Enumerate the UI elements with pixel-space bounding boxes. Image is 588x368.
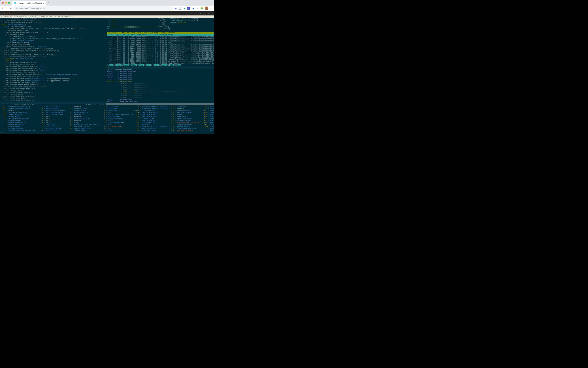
keybind-entry: 0 → delete-window xyxy=(38,108,65,110)
keybind-entry: q → kbd-macro-query xyxy=(100,118,133,120)
keybind-entry: SPC → rectangle-mark-mode xyxy=(1,112,37,114)
keybind-entry: # → server-edit xyxy=(1,116,37,118)
window-close[interactable] xyxy=(2,2,4,4)
menu-file[interactable]: File xyxy=(1,16,4,18)
keybind-entry: 5 → +prefix xyxy=(38,118,65,120)
extension-icon-4[interactable]: ⊞ xyxy=(187,7,190,10)
keybind-entry: M-g → magit-dispatch xyxy=(202,114,214,116)
code-line: ;; Assumes every use-package uses straig… xyxy=(0,20,106,22)
agenda-timeslot: 4:00pm...... ---------------- xyxy=(107,93,214,95)
menu-buffers[interactable]: Buffers xyxy=(17,16,24,18)
close-tab-icon[interactable]: × xyxy=(43,2,44,4)
menu-edit[interactable]: Edit xyxy=(5,16,9,18)
htop-process-row[interactable]: 1547 codespace 20 0 342M 119M 39600 S 0.… xyxy=(107,34,214,36)
agenda-pane[interactable]: Fortnight-agenda (W43-W44):Monday 25 Oct… xyxy=(106,68,214,103)
htop-process-row[interactable]: 662 codespace 20 0 1034M 189M 35320 S 0.… xyxy=(107,38,214,40)
reload-button[interactable]: ⟳ xyxy=(10,7,12,10)
window-zoom[interactable] xyxy=(8,2,10,4)
browser-toolbar: ← → ⟳ 🔍 Search Google or type a URL ◉ ◯ … xyxy=(0,6,214,11)
agenda-day[interactable]: Sunday 31 October 2021 xyxy=(107,99,214,101)
htop-pane[interactable]: 1 [||| 6.8%]] Tasks: 27, 107 thr; 1 runn… xyxy=(106,18,214,66)
extension-icon-2[interactable]: ◯ xyxy=(179,7,181,10)
keybind-entry: 8 → +prefix xyxy=(38,122,65,124)
code-line: ;; macOS settings xyxy=(0,52,106,54)
back-button[interactable]: ← xyxy=(1,7,4,10)
menu-virtual envs[interactable]: Virtual Envs xyxy=(46,16,58,18)
emacs-left-pane[interactable]: ;; Initialize straight.el and use-packag… xyxy=(0,18,106,105)
htop-process-row[interactable]: 411 codespace 20 0 904M 65268 32780 S 0.… xyxy=(107,36,214,38)
more-actions-icon[interactable]: ⋯ xyxy=(210,12,213,15)
keybind-entry: } → enlarge-window-horizontally xyxy=(134,108,168,110)
htop-process-row[interactable]: 433 codespace 20 0 875M 62992 30608 S 0.… xyxy=(107,40,214,42)
tab-list-chevron-icon[interactable]: ⌄ xyxy=(210,2,212,4)
profile-avatar[interactable] xyxy=(205,7,208,10)
keybind-entry: u → org-agenda-undo xyxy=(100,126,133,128)
menu-agenda[interactable]: Agenda xyxy=(30,16,36,18)
htop-process-row[interactable]: 7023 codespace 20 0 8088 4032 3444 R 0.7… xyxy=(107,42,214,44)
keybind-entry: 2 → split-window-below xyxy=(38,112,65,114)
htop-process-row[interactable]: 1 codespace 20 0 1080 4 0 S 0.0 0.0 0:00… xyxy=(107,62,214,64)
window-minimize[interactable] xyxy=(5,2,7,4)
extensions-menu-icon[interactable]: 🧩 xyxy=(200,7,203,10)
code-line: ;; Max image size when using the builtin… xyxy=(0,86,106,88)
editor-tab-emacs[interactable]: ▸_ emacs ⚠ xyxy=(1,12,12,14)
htop-fkeys[interactable]: F1Help F2Setup F3SearchF4FilterF5Tree F6… xyxy=(107,64,214,66)
agenda-day[interactable]: Wednesday 27 October 2021 xyxy=(107,74,214,76)
code-line: ("keyword">unless (file-exists-p bootstr… xyxy=(0,32,106,34)
keybind-entry: 1 → delete-other-windows xyxy=(38,110,65,112)
menu-options[interactable]: Options xyxy=(9,16,16,18)
code-line: (use-package exec-path-from-shell xyxy=(0,58,106,60)
menu-projectile[interactable]: Projectile xyxy=(58,16,68,18)
agenda-day[interactable]: Saturday 30 October 2021 xyxy=(107,81,214,83)
htop-process-row[interactable]: 173 root 20 0 1020M 55128 25216 S 0.7 0.… xyxy=(107,60,214,62)
chrome-menu-icon[interactable]: ⋮ xyxy=(210,7,213,10)
htop-process-row[interactable]: 538 codespace 20 0 663M 38532 28492 S 0.… xyxy=(107,56,214,58)
emacs-menubar[interactable]: File Edit Options Buffers Tools Agenda Y… xyxy=(0,16,214,18)
code-line: (exec-path-from-shell-initialize)) xyxy=(0,62,106,64)
keybind-entry: C-s → org-save-all-org-buffers xyxy=(170,122,201,124)
extension-icon-5[interactable]: ▣ xyxy=(192,7,194,10)
keybind-entry: C-c → save-buffers-kill-terminal xyxy=(134,126,168,128)
keybind-entry: C-f → find-file xyxy=(170,106,201,108)
agenda-timeslot: 2:35pm...... now - - - - - - - - - - - -… xyxy=(107,91,214,93)
keybind-entry: ESC → repeat-complex-command xyxy=(1,108,37,110)
extension-icon-6[interactable]: ⊡ xyxy=(196,7,199,10)
agenda-day[interactable]: Friday 29 October 2021 xyxy=(107,79,214,81)
keybind-entry: k → kill-buffer xyxy=(100,106,133,108)
htop-process-row[interactable]: 672 codespace 20 0 1034M 189M 35320 S 0.… xyxy=(107,58,214,60)
agenda-day[interactable]: Monday 1 November 2021 W44 xyxy=(107,101,214,103)
keybind-entry: C-r → ripgrep-regexp xyxy=(170,120,201,122)
keybind-entry: M-: → repeat-complex-command xyxy=(202,110,214,112)
new-tab-button[interactable]: + xyxy=(48,1,49,4)
agenda-day[interactable]: Monday 25 October 2021 W43 xyxy=(107,71,214,73)
chevron-down-icon[interactable]: ⌄ xyxy=(203,12,205,15)
htop-process-row[interactable]: 670 codespace 20 0 1034M 189M 35320 S 0.… xyxy=(107,48,214,50)
code-line: (straight-"keyword">use-package '"keywor… xyxy=(0,48,106,50)
htop-process-row[interactable]: 669 codespace 20 0 1034M 189M 35320 S 0.… xyxy=(107,46,214,48)
browser-tab[interactable]: 🌐 • emacs — webmacs [Codesp × xyxy=(12,1,46,6)
keybind-entry: C-w → org-agenda-write xyxy=(170,130,201,132)
extension-icon-1[interactable]: ◉ xyxy=(174,7,177,10)
keybind-entry: C-left → previous-buffer xyxy=(202,124,214,126)
keybind-entry: ) → kmacro-end-macro xyxy=(1,124,37,126)
new-editor-icon[interactable]: + xyxy=(200,12,201,15)
omnibox[interactable]: 🔍 Search Google or type a URL xyxy=(14,6,173,10)
htop-process-row[interactable]: 671 codespace 20 0 1034M 189M 35320 S 0.… xyxy=(107,50,214,52)
menu-help[interactable]: Help xyxy=(68,16,72,18)
htop-process-row[interactable]: 527 codespace 20 0 663M 38532 28492 S 0.… xyxy=(107,54,214,56)
keybind-entry: C-l → downcase-region xyxy=(170,110,201,112)
menu-yasnippet[interactable]: YASnippet xyxy=(36,16,45,18)
agenda-day[interactable]: Thursday 28 October 2021 xyxy=(107,76,214,79)
minibuffer-prefix: C-x- xyxy=(0,132,214,134)
keybind-entry: * → calc-dispatch xyxy=(1,126,37,128)
extension-icon-3[interactable]: ◉ xyxy=(183,7,186,10)
menu-tools[interactable]: Tools xyxy=(25,16,29,18)
forward-button[interactable]: → xyxy=(6,7,9,10)
htop-process-row[interactable]: 505 codespace 20 0 664M 42160 29192 S 0.… xyxy=(107,52,214,54)
modeline-init: .emacs.d/init.el 1 TopLF UTF-8 Emacs-Lis… xyxy=(0,102,106,104)
split-editor-icon[interactable]: ◫ xyxy=(207,12,209,15)
agenda-timeslot: 10:00am...... ---------------- xyxy=(107,85,214,87)
htop-process-row[interactable]: 437 codespace 20 0 875M 62992 30608 S 0.… xyxy=(107,44,214,46)
emacs-terminal[interactable]: File Edit Options Buffers Tools Agenda Y… xyxy=(0,16,214,134)
agenda-day[interactable]: Tuesday 26 October 2021 xyxy=(107,73,214,74)
